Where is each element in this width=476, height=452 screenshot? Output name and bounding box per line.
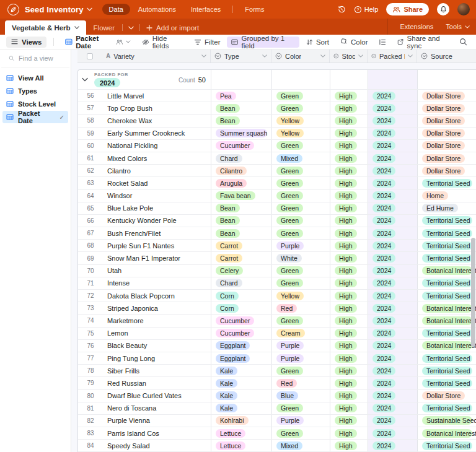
source-cell[interactable]: Territorial Seed bbox=[417, 252, 476, 264]
color-cell[interactable]: Green bbox=[271, 165, 330, 176]
packed-for-cell[interactable]: 2024 bbox=[368, 152, 417, 164]
stock-cell[interactable]: High bbox=[330, 102, 368, 114]
color-cell[interactable]: Yellow bbox=[271, 115, 330, 126]
stock-cell[interactable]: High bbox=[330, 377, 368, 389]
color-cell[interactable]: Green bbox=[271, 202, 330, 214]
select-all-checkbox[interactable] bbox=[87, 53, 93, 59]
table-row[interactable]: 57Top Crop BushBeanGreenHigh2024Dollar S… bbox=[78, 102, 476, 115]
type-cell[interactable]: Chard bbox=[211, 152, 271, 164]
stock-cell[interactable]: High bbox=[330, 365, 368, 376]
nav-tab-data[interactable]: Data bbox=[102, 4, 130, 15]
stock-cell[interactable]: High bbox=[330, 202, 368, 214]
type-cell[interactable]: Carrot bbox=[211, 252, 271, 264]
color-cell[interactable]: Green bbox=[271, 227, 330, 239]
color-cell[interactable]: Cream bbox=[271, 328, 330, 339]
packed-for-cell[interactable]: 2024 bbox=[368, 390, 417, 402]
vertical-scrollbar[interactable] bbox=[471, 238, 475, 347]
row-height-button[interactable] bbox=[374, 37, 390, 48]
color-cell[interactable]: Green bbox=[271, 190, 330, 202]
type-cell[interactable]: Cucumber bbox=[211, 315, 271, 326]
packed-for-cell[interactable]: 2024 bbox=[368, 240, 417, 251]
stock-cell[interactable]: High bbox=[330, 340, 368, 352]
row-number[interactable]: 62 bbox=[78, 165, 103, 176]
type-cell[interactable]: Arugula bbox=[211, 177, 271, 189]
color-cell[interactable]: Green bbox=[271, 315, 330, 326]
row-number[interactable]: 76 bbox=[78, 340, 103, 352]
color-cell[interactable]: Green bbox=[271, 402, 330, 414]
packed-for-cell[interactable]: 2024 bbox=[368, 227, 417, 239]
type-cell[interactable]: Bean bbox=[211, 115, 271, 126]
variety-cell[interactable]: Ping Tung Long bbox=[103, 352, 211, 364]
stock-cell[interactable]: High bbox=[330, 277, 368, 289]
source-cell[interactable]: Territorial Seed bbox=[417, 290, 476, 302]
packed-for-cell[interactable]: 2024 bbox=[368, 177, 417, 189]
table-row[interactable]: 67Bush French/FiletBeanGreenHigh2024Terr… bbox=[78, 227, 476, 240]
row-number[interactable]: 75 bbox=[78, 328, 103, 339]
column-header-color[interactable]: Color bbox=[271, 50, 329, 63]
table-row[interactable]: 59Early Summer CrookneckSummer squashYel… bbox=[78, 128, 476, 140]
variety-cell[interactable]: Cherokee Wax bbox=[103, 115, 211, 126]
row-number[interactable]: 73 bbox=[78, 302, 103, 314]
color-button[interactable]: Color bbox=[336, 37, 372, 48]
group-collapse-chevron-icon[interactable] bbox=[82, 77, 88, 82]
color-cell[interactable]: Green bbox=[271, 177, 330, 189]
packed-for-cell[interactable]: 2024 bbox=[368, 340, 417, 352]
type-cell[interactable]: Celery bbox=[211, 265, 271, 277]
color-cell[interactable]: Green bbox=[271, 102, 330, 114]
table-row[interactable]: 79Red RussianKaleRedHigh2024Territorial … bbox=[78, 377, 476, 389]
packed-for-cell[interactable]: 2024 bbox=[368, 252, 417, 264]
source-cell[interactable]: Sustainable Seed bbox=[417, 415, 476, 427]
row-number[interactable]: 81 bbox=[78, 402, 103, 414]
table-row[interactable]: 76Black BeautyEggplantPurpleHigh2024Bota… bbox=[78, 340, 476, 352]
type-cell[interactable]: Eggplant bbox=[211, 352, 271, 364]
type-cell[interactable]: Corn bbox=[211, 302, 271, 314]
extensions-button[interactable]: Extensions bbox=[394, 19, 440, 35]
nav-tab-automations[interactable]: Automations bbox=[131, 4, 183, 15]
packed-for-cell[interactable]: 2024 bbox=[368, 202, 417, 214]
row-number[interactable]: 74 bbox=[78, 315, 103, 326]
column-header-variety[interactable]: A Variety bbox=[102, 50, 210, 63]
packed-for-cell[interactable]: 2024 bbox=[368, 140, 417, 152]
stock-cell[interactable]: High bbox=[330, 252, 368, 264]
table-row[interactable]: 69Snow Man F1 ImperatorCarrotWhiteHigh20… bbox=[78, 252, 476, 264]
table-row[interactable]: 73Striped JaponicaCornRedHigh2024Botanic… bbox=[78, 302, 476, 315]
row-number[interactable]: 78 bbox=[78, 365, 103, 376]
variety-cell[interactable]: Kentucky Wonder Pole bbox=[103, 215, 211, 227]
type-cell[interactable]: Kale bbox=[211, 377, 271, 389]
color-cell[interactable]: Red bbox=[271, 302, 330, 314]
app-logo-leaf-icon[interactable] bbox=[7, 4, 19, 15]
source-cell[interactable]: Territorial Seed bbox=[417, 227, 476, 239]
packed-for-cell[interactable]: 2024 bbox=[368, 115, 417, 126]
variety-cell[interactable]: Early Summer Crookneck bbox=[103, 128, 211, 139]
row-number[interactable]: 60 bbox=[78, 140, 103, 152]
packed-for-cell[interactable]: 2024 bbox=[368, 90, 417, 102]
filter-button[interactable]: Filter bbox=[190, 37, 225, 48]
type-cell[interactable]: Fava bean bbox=[211, 190, 271, 202]
share-button[interactable]: Share bbox=[386, 3, 429, 15]
type-cell[interactable]: Bean bbox=[211, 227, 271, 239]
stock-cell[interactable]: High bbox=[330, 302, 368, 314]
sidebar-item-types[interactable]: Types bbox=[2, 85, 68, 97]
stock-cell[interactable]: High bbox=[330, 415, 368, 427]
source-cell[interactable]: Territorial Seed bbox=[417, 402, 476, 414]
source-cell[interactable]: Dollar Store bbox=[417, 165, 476, 176]
variety-cell[interactable]: National Pickling bbox=[103, 140, 211, 152]
packed-for-cell[interactable]: 2024 bbox=[368, 302, 417, 314]
row-number[interactable]: 64 bbox=[78, 190, 103, 202]
row-number[interactable]: 84 bbox=[78, 440, 103, 451]
stock-cell[interactable]: High bbox=[330, 265, 368, 277]
stock-cell[interactable]: High bbox=[330, 165, 368, 176]
packed-for-cell[interactable]: 2024 bbox=[368, 440, 417, 451]
color-cell[interactable]: Yellow bbox=[271, 290, 330, 302]
source-cell[interactable]: Territorial Seed bbox=[417, 352, 476, 364]
type-cell[interactable]: Lettuce bbox=[211, 427, 271, 439]
type-cell[interactable]: Kohlrabi bbox=[211, 415, 271, 427]
source-cell[interactable]: Territorial Seed bbox=[417, 365, 476, 376]
stock-cell[interactable]: High bbox=[330, 440, 368, 451]
variety-cell[interactable]: Top Crop Bush bbox=[103, 102, 211, 114]
source-cell[interactable]: Territorial Seed bbox=[417, 240, 476, 251]
packed-for-cell[interactable]: 2024 bbox=[368, 215, 417, 227]
table-row[interactable]: 61Mixed ColorsChardMixedHigh2024Dollar S… bbox=[78, 152, 476, 165]
view-name-button[interactable]: Packet Date bbox=[61, 37, 134, 48]
variety-cell[interactable]: Lemon bbox=[103, 328, 211, 339]
